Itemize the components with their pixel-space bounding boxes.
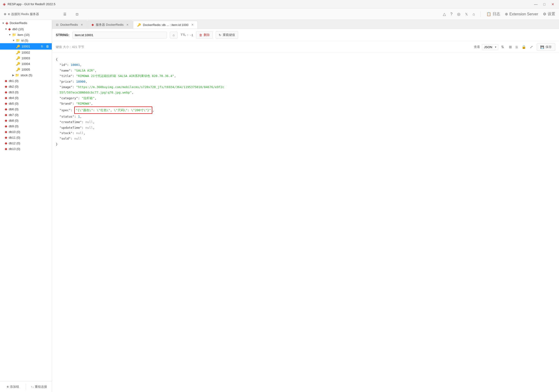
log-icon: 📋 [486,12,491,16]
sidebar-item-db3[interactable]: ◆ db3 (0) [0,89,52,95]
add-group-button[interactable]: ⊕ 添加组 [0,381,26,392]
folder-icon: 📁 [15,73,19,77]
key-toolbar: STRING: ⌂ TTL： -1 🗑 删除 ↻ 重载键值 [52,29,559,41]
twitter-icon[interactable]: 𝕏 [465,12,468,16]
maximize-button[interactable]: □ [541,1,548,8]
sidebar-item-label: db13 (0) [9,147,20,151]
github-icon[interactable]: ⌂ [473,12,475,16]
json-field-title: "title": "RIMOWA 21寸托运箱拉杆箱 SALSA AIR系列果绿… [56,73,555,79]
sidebar-item-db9[interactable]: ◆ db9 (0) [0,123,52,129]
ttl-section: TTL： -1 [180,33,193,37]
expand-icon[interactable]: ⤢ [529,44,534,50]
db-icon: ◆ [5,79,7,83]
tab-close-button[interactable]: ✕ [81,23,83,27]
minimize-button[interactable]: — [532,1,539,8]
key-name-input[interactable] [72,32,167,38]
sidebar-item-label: db10 (0) [9,130,20,134]
sidebar-item-dockerredis[interactable]: ▼ ◈ DockerRedis [0,20,52,26]
help-icon[interactable]: ? [450,12,453,16]
key-icon: 🔑 [16,45,20,48]
alert-icon[interactable]: △ [443,12,446,16]
log-button[interactable]: 📋 日志 [486,12,500,17]
copy-icon[interactable]: ⎘ [515,44,519,50]
sidebar-item-10001[interactable]: 🔑 10001 ⎘ 🗑 [0,43,52,50]
tab-label: DockerRedis [60,23,78,27]
titlebar: ◈ RESP.app - GUI for Redis® 2022.5 — □ ✕ [0,0,559,9]
tab-close-button[interactable]: ✕ [126,23,129,27]
view-select[interactable]: JSON Text Hex [482,44,498,50]
view-select-area: 查看 JSON Text Hex ▼ ⇅ [474,44,505,50]
sidebar-item-db6[interactable]: ◆ db6 (0) [0,106,52,112]
reload-button[interactable]: ↻ 重载键值 [216,31,238,39]
sidebar-item-label: 10001 [21,45,30,48]
fingerprint-button[interactable]: ⌂ [170,32,178,38]
connect-button[interactable]: ⊕ ⊕ 连接到 Redis 服务器 [4,12,56,16]
db-icon: ◆ [5,90,7,94]
sidebar-item-db4[interactable]: ◆ db4 (0) [0,95,52,101]
json-field-status: "status": 1, [56,114,555,119]
tab-key[interactable]: 🔑 DockerRedis::db ... ::item:id:1000 ✕ [133,21,197,29]
sidebar-item-db10[interactable]: ◆ db10 (0) [0,129,52,135]
settings-button[interactable]: ⚙ 设置 [543,12,555,17]
extension-server-button[interactable]: ⊕ Extension Server [505,12,538,16]
sidebar-item-db12[interactable]: ◆ db12 (0) [0,140,52,146]
log-label: 日志 [493,12,500,17]
tab-server[interactable]: ◆ 服务器 DockerRedis ✕ [87,20,133,29]
sidebar-item-10002[interactable]: 🔑 10002 [0,50,52,55]
db-icon: ◆ [5,102,7,105]
sidebar-item-db13[interactable]: ◆ db13 (0) [0,146,52,151]
chevron-up-down-icon[interactable]: ⇅ [500,44,505,50]
db-icon: ◆ [5,130,7,134]
extension-icon: ⊕ [505,12,508,16]
sidebar-item-db1[interactable]: ◆ db1 (0) [0,78,52,84]
sidebar-item-db11[interactable]: ◆ db11 (0) [0,135,52,140]
main-content: ▼ ◈ DockerRedis ▼ ◆ db0 (10) ▼ 📁 item (1… [0,20,559,392]
sidebar-item-10005[interactable]: 🔑 10005 [0,67,52,72]
view-select-wrapper: JSON Text Hex ▼ [482,44,498,50]
toolbar-right: 📋 日志 ⊕ Extension Server ⚙ 设置 [486,12,555,17]
lock-icon[interactable]: 🔒 [521,44,527,50]
sidebar-item-item-folder[interactable]: ▼ 📁 item (10) [0,32,52,37]
sidebar-item-db2[interactable]: ◆ db2 (0) [0,84,52,89]
chevron-icon: ▼ [2,22,4,25]
delete-key-button[interactable]: 🗑 [45,44,50,49]
spec-highlight: "{\"颜色\": \"红色\", \"尺码\": \"200寸\"}" [74,107,152,114]
tab-close-button[interactable]: ✕ [191,23,194,27]
chevron-icon: ▼ [5,28,7,30]
copy-key-button[interactable]: ⎘ [40,44,44,49]
sidebar-item-db7[interactable]: ◆ db7 (0) [0,112,52,118]
db-icon: ◆ [5,147,7,151]
format-icon[interactable]: ⊞ [508,44,513,50]
view-label: 查看 [474,45,480,49]
sidebar-item-10004[interactable]: 🔑 10004 [0,61,52,67]
reconnect-button[interactable]: ↑↓ 重组连接 [26,381,52,392]
sidebar: ▼ ◈ DockerRedis ▼ ◆ db0 (10) ▼ 📁 item (1… [0,20,52,392]
connect-label: ⊕ 连接到 Redis 服务器 [8,12,39,16]
json-field-name: "name": "SALSA AIR", [56,68,555,73]
db-icon: ◆ [5,141,7,145]
json-field-spec: "spec": "{\"颜色\": \"红色\", \"尺码\": \"200寸… [56,107,555,114]
delete-button[interactable]: 🗑 删除 [196,31,213,39]
close-button[interactable]: ✕ [550,1,556,8]
sidebar-item-stock-folder[interactable]: ▶ 📁 stock (5) [0,72,52,78]
db-icon: ◆ [5,113,7,117]
app-logo: ◈ [3,2,6,6]
sidebar-item-db0[interactable]: ▼ ◆ db0 (10) [0,26,52,32]
main-toolbar: ⊕ ⊕ 连接到 Redis 服务器 ☰ ⊡ △ ? ◎ 𝕏 ⌂ 📋 日志 ⊕ E… [0,9,559,20]
sidebar-item-db5[interactable]: ◆ db5 (0) [0,101,52,106]
key-icon: 🔑 [16,62,20,66]
window-controls: — □ ✕ [532,1,556,8]
layout-button[interactable]: ⊡ [74,11,80,18]
sidebar-item-10003[interactable]: 🔑 10003 [0,55,52,61]
sidebar-item-db8[interactable]: ◆ db8 (0) [0,118,52,123]
tab-dockerredis[interactable]: ⊡ DockerRedis ✕ [52,20,87,29]
db-icon: ◆ [5,124,7,128]
sidebar-item-label: id (5) [21,39,28,42]
navigate-icon[interactable]: ◎ [457,12,460,16]
sidebar-item-label: 10002 [21,51,30,54]
save-button[interactable]: 💾 保存 [537,43,555,51]
list-view-button[interactable]: ☰ [62,11,68,18]
server-icon: ◆ [92,23,94,27]
sidebar-item-id-folder[interactable]: ▼ 📁 id (5) [0,37,52,43]
sidebar-item-label: db3 (0) [9,90,19,94]
